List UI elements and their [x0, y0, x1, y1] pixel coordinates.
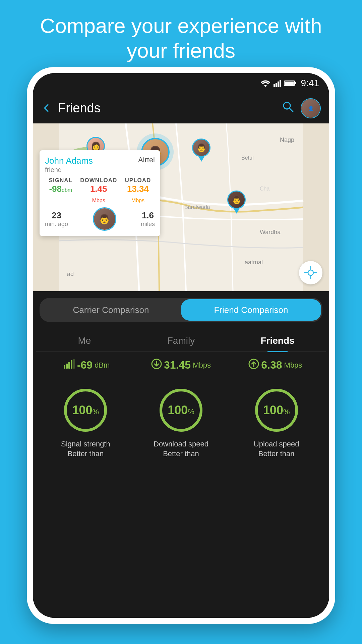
battery-icon — [284, 80, 296, 87]
download-stat: 31.45 Mbps — [134, 359, 228, 372]
app-content: 9:41 Friends 👤 — [33, 73, 329, 618]
comparison-tabs: Carrier Comparison Friend Comparison — [40, 298, 322, 322]
download-stat-val: 31.45 — [164, 359, 191, 371]
circles-row: 100% Signal strengthBetter than — [33, 378, 329, 462]
distance-label: miles — [141, 221, 155, 228]
signal-progress-circle: 100% — [60, 385, 111, 435]
signal-label: SIGNAL — [49, 177, 72, 184]
upload-circle-col: 100% Upload speedBetter than — [230, 385, 322, 459]
carrier-comparison-tab[interactable]: Carrier Comparison — [41, 299, 181, 321]
location-button[interactable] — [299, 261, 322, 284]
phone-inner: 9:41 Friends 👤 — [33, 73, 329, 618]
hero-text: Compare your experience with your friend… — [0, 13, 362, 63]
svg-line-8 — [290, 108, 293, 112]
time-ago-val: 23 — [45, 210, 68, 221]
upload-circle-label: Upload speedBetter than — [254, 439, 299, 459]
download-stat-unit: Mbps — [193, 361, 211, 370]
svg-point-22 — [308, 270, 313, 275]
upload-stat-val: 6.38 — [261, 359, 282, 371]
svg-rect-1 — [276, 83, 277, 87]
signal-stat: -69 dBm — [40, 359, 134, 371]
info-card: John Adams friend Airtel SIGNAL -98dbm — [40, 150, 160, 236]
user-avatar[interactable]: 👤 — [301, 98, 321, 118]
upload-pct: 100 — [263, 403, 283, 417]
phone-frame: 9:41 Friends 👤 — [27, 67, 335, 624]
tab-friends[interactable]: Friends — [229, 329, 326, 352]
svg-rect-30 — [71, 360, 72, 369]
signal-circle-label: Signal strengthBetter than — [61, 439, 110, 459]
svg-text:Wardha: Wardha — [260, 229, 281, 235]
svg-text:aatmal: aatmal — [245, 259, 263, 266]
card-person-pin: 👨 — [93, 207, 116, 231]
svg-text:Nagp: Nagp — [280, 137, 294, 143]
upload-stat-icon — [248, 359, 259, 372]
friend-comparison-tab[interactable]: Friend Comparison — [181, 299, 321, 321]
card-carrier: Airtel — [138, 156, 155, 164]
svg-rect-31 — [73, 359, 75, 369]
download-label: DOWNLOAD — [80, 177, 117, 184]
svg-text:Betul: Betul — [241, 155, 253, 161]
app-bar: Friends 👤 — [33, 93, 329, 123]
upload-stat-unit: Mbps — [284, 361, 302, 370]
download-stat-icon — [151, 359, 162, 372]
stats-row: -69 dBm 31.45 Mbps — [33, 352, 329, 378]
signal-value: -98dbm — [49, 184, 72, 194]
upload-label: UPLOAD — [125, 177, 151, 184]
svg-rect-27 — [64, 365, 65, 369]
status-icons — [261, 79, 296, 87]
tab-me[interactable]: Me — [36, 329, 133, 352]
upload-progress-circle: 100% — [251, 385, 302, 435]
svg-rect-29 — [68, 362, 70, 369]
svg-rect-28 — [66, 364, 68, 369]
sub-tabs: Me Family Friends — [36, 329, 326, 352]
svg-rect-6 — [295, 82, 296, 84]
signal-stat-val: -69 — [77, 359, 93, 371]
svg-rect-0 — [274, 84, 275, 87]
status-bar: 9:41 — [33, 73, 329, 93]
back-button[interactable] — [41, 100, 51, 116]
svg-rect-5 — [285, 82, 294, 85]
search-icon[interactable] — [282, 101, 294, 116]
status-time: 9:41 — [301, 78, 319, 89]
tab-family[interactable]: Family — [133, 329, 229, 352]
svg-rect-3 — [280, 80, 281, 87]
signal-pct: 100 — [72, 403, 93, 417]
svg-text:Baratwada: Baratwada — [184, 204, 210, 210]
signal-circle-col: 100% Signal strengthBetter than — [40, 385, 132, 459]
map-area: wal Wildlife Sanctuary aon Wardha Nagp a… — [33, 123, 329, 291]
page-title: Friends — [58, 101, 275, 115]
time-ago-label: min. ago — [45, 221, 68, 228]
card-relation: friend — [45, 166, 93, 174]
signal-stat-icon — [64, 359, 75, 371]
card-name: John Adams — [45, 156, 93, 166]
map-pin-right2: 👨 — [227, 191, 246, 214]
svg-text:Cha: Cha — [260, 186, 269, 192]
map-pin-right: 👨 — [192, 139, 210, 162]
wifi-icon — [261, 79, 270, 87]
svg-rect-2 — [278, 82, 279, 87]
signal-icon — [274, 79, 281, 87]
upload-value: 13.34Mbps — [125, 184, 151, 205]
signal-stat-unit: dBm — [95, 361, 110, 370]
distance-val: 1.6 — [141, 210, 155, 221]
svg-text:ad: ad — [67, 271, 74, 277]
upload-stat: 6.38 Mbps — [228, 359, 322, 372]
download-circle-col: 100% Download speedBetter than — [135, 385, 227, 459]
bottom-panel: Carrier Comparison Friend Comparison Me … — [33, 291, 329, 618]
download-value: 1.45Mbps — [80, 184, 117, 205]
download-pct: 100 — [168, 403, 188, 417]
download-circle-label: Download speedBetter than — [154, 439, 208, 459]
download-progress-circle: 100% — [156, 385, 206, 435]
